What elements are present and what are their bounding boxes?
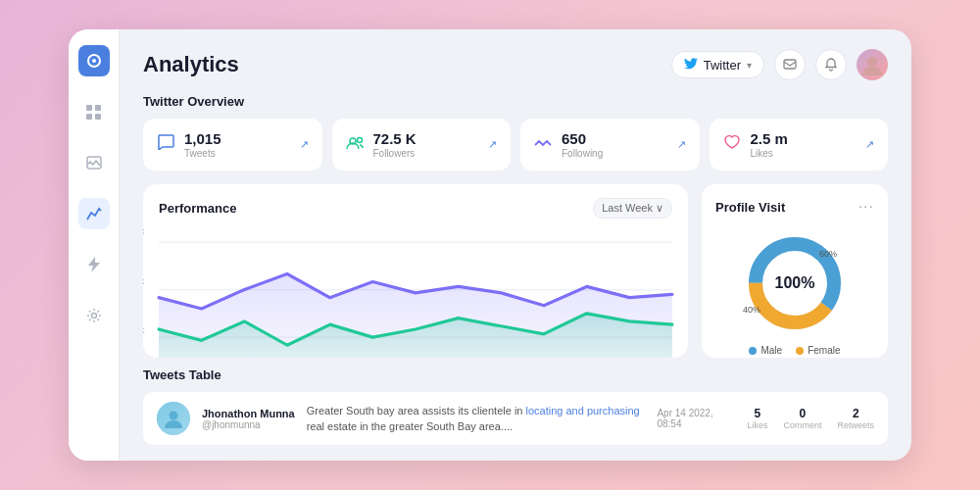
stat-info-followers: 72.5 K Followers (373, 130, 479, 159)
svg-point-21 (170, 412, 178, 420)
following-trend: ↗ (677, 138, 686, 151)
sidebar-item-lightning[interactable] (78, 249, 110, 280)
stat-card-following: 650 Following ↗ (520, 119, 700, 171)
chevron-down-icon: ▾ (747, 60, 752, 71)
male-dot (749, 347, 757, 355)
platform-selector[interactable]: Twitter ▾ (671, 51, 764, 78)
tweets-table-label: Tweets Table (143, 368, 888, 382)
profile-visit-title: Profile Visit (715, 200, 785, 215)
followers-icon (346, 134, 364, 155)
comments-count: 0 (783, 407, 821, 420)
tweets-icon (157, 134, 174, 155)
twitter-icon (684, 57, 698, 73)
followers-value: 72.5 K (373, 130, 479, 147)
svg-rect-2 (86, 105, 92, 111)
likes-stat-label: Likes (747, 420, 767, 430)
main-content: Analytics Twitter ▾ (120, 29, 911, 461)
message-button[interactable] (774, 49, 806, 80)
tweet-link[interactable]: locating and purchasing (526, 405, 640, 416)
retweets-stat-label: Retweets (837, 420, 874, 430)
profile-visit-card: Profile Visit ··· 60% 40% (702, 184, 888, 358)
donut-chart-wrap: 60% 40% 100% (741, 229, 849, 337)
sidebar-logo[interactable] (78, 45, 110, 76)
tweet-stat-comments: 0 Comment (783, 407, 821, 430)
perf-filter[interactable]: Last Week ∨ (593, 198, 672, 219)
svg-point-11 (357, 138, 362, 143)
profile-header: Profile Visit ··· (715, 198, 874, 216)
male-label: Male (760, 345, 782, 356)
sidebar-item-analytics[interactable] (78, 198, 110, 229)
overview-section: Twitter Overview 1,015 Tweets ↗ (143, 94, 888, 184)
main-card: Analytics Twitter ▾ (69, 29, 911, 461)
tweet-stat-likes: 5 Likes (747, 407, 767, 430)
tweet-username: Jhonathon Munna (202, 408, 295, 419)
comments-stat-label: Comment (783, 420, 821, 430)
following-label: Following (562, 148, 667, 159)
sidebar-item-settings[interactable] (78, 300, 110, 331)
notifications-button[interactable] (815, 49, 847, 80)
y-label-2k: 2k (143, 276, 145, 286)
header: Analytics Twitter ▾ (143, 49, 888, 80)
svg-rect-5 (95, 114, 101, 120)
perf-header: Performance Last Week ∨ (159, 198, 672, 219)
likes-count: 5 (747, 407, 767, 420)
y-axis-labels: 3k 2k 1k 0 (143, 226, 145, 358)
tweet-date: Apr 14 2022, 08:54 (657, 408, 735, 429)
stat-cards: 1,015 Tweets ↗ 72.5 K Follo (143, 119, 888, 171)
performance-chart (159, 226, 672, 358)
tweet-stat-retweets: 2 Retweets (837, 407, 874, 430)
following-icon (534, 134, 552, 155)
following-value: 650 (562, 130, 667, 147)
svg-rect-4 (86, 114, 92, 120)
likes-value: 2.5 m (751, 130, 857, 147)
tweets-section: Tweets Table Jhonathon Munna @jhonmunna (143, 368, 888, 445)
tweet-user-avatar (157, 402, 190, 435)
legend-male: Male (749, 345, 782, 356)
svg-point-1 (92, 59, 96, 63)
more-options-button[interactable]: ··· (858, 198, 874, 216)
donut-center-label: 100% (775, 274, 815, 292)
chart-area: 3k 2k 1k 0 (159, 226, 672, 358)
svg-rect-8 (784, 60, 796, 69)
donut-legend: Male Female (715, 345, 874, 356)
stat-info-tweets: 1,015 Tweets (184, 130, 290, 159)
sidebar-item-grid[interactable] (78, 96, 110, 127)
tweet-handle: @jhonmunna (202, 419, 295, 430)
followers-trend: ↗ (488, 138, 497, 151)
sidebar-item-image[interactable] (78, 147, 110, 178)
performance-card: Performance Last Week ∨ 3k 2k 1k 0 (143, 184, 688, 358)
svg-text:40%: 40% (743, 305, 760, 315)
female-label: Female (808, 345, 840, 356)
y-label-1k: 1k (143, 325, 145, 335)
tweets-value: 1,015 (184, 130, 290, 147)
user-avatar[interactable] (857, 49, 888, 80)
tweet-content: Greater South bay area assists its clien… (307, 403, 646, 435)
svg-rect-3 (95, 105, 101, 111)
sidebar (69, 29, 120, 461)
header-right: Twitter ▾ (671, 49, 888, 80)
perf-title: Performance (159, 201, 236, 216)
followers-label: Followers (373, 148, 479, 159)
svg-point-7 (91, 314, 96, 318)
legend-female: Female (796, 345, 840, 356)
page-title: Analytics (143, 52, 239, 77)
likes-label: Likes (751, 148, 857, 159)
tweet-stats: 5 Likes 0 Comment 2 Retweets (747, 407, 874, 430)
stat-card-followers: 72.5 K Followers ↗ (332, 119, 512, 171)
tweets-label: Tweets (184, 148, 290, 159)
svg-point-9 (867, 57, 877, 67)
y-label-3k: 3k (143, 226, 145, 236)
platform-label: Twitter (704, 58, 741, 73)
stat-info-likes: 2.5 m Likes (751, 130, 857, 159)
bottom-section: Performance Last Week ∨ 3k 2k 1k 0 (143, 184, 888, 358)
retweets-count: 2 (837, 407, 874, 420)
table-row: Jhonathon Munna @jhonmunna Greater South… (143, 392, 888, 445)
stat-card-likes: 2.5 m Likes ↗ (710, 119, 889, 171)
stat-card-tweets: 1,015 Tweets ↗ (143, 119, 322, 171)
tweet-user-info: Jhonathon Munna @jhonmunna (202, 408, 295, 430)
likes-icon (723, 134, 741, 155)
stat-info-following: 650 Following (562, 130, 667, 159)
likes-trend: ↗ (865, 138, 874, 151)
tweets-trend: ↗ (300, 138, 309, 151)
overview-label: Twitter Overview (143, 94, 888, 109)
